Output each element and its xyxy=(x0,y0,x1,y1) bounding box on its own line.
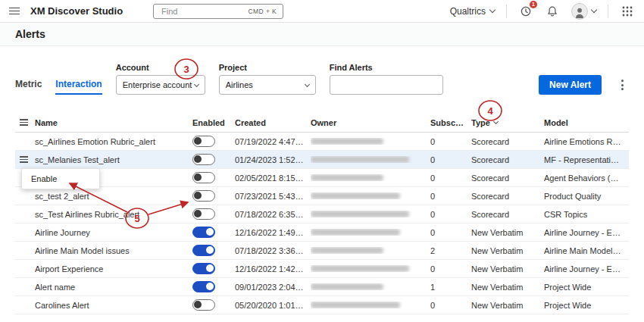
created-date: 07/19/2022 4:47 AM xyxy=(235,137,311,146)
subscribers-count: 0 xyxy=(430,155,471,164)
context-menu-enable[interactable]: Enable xyxy=(22,169,99,189)
filter-bar: Metric Interaction Account Enterprise ac… xyxy=(15,63,629,95)
user-menu[interactable] xyxy=(571,3,596,20)
qualtrics-menu[interactable]: Qualtrics xyxy=(450,6,495,17)
account-label: Account xyxy=(116,63,205,72)
alert-name[interactable]: Airline Journey xyxy=(35,228,192,237)
whats-new-button[interactable]: 1 xyxy=(518,4,533,19)
owner-redacted xyxy=(311,302,400,308)
table-row[interactable]: Alert name 09/01/2023 2:04 PM 1 New Verb… xyxy=(15,278,629,296)
table-row[interactable]: sc_Melanies Test_alert 01/24/2023 1:52 P… xyxy=(15,151,629,169)
enabled-toggle[interactable] xyxy=(192,281,215,292)
alert-model: Agent Behaviors (QM) xyxy=(544,174,629,183)
enabled-toggle[interactable] xyxy=(192,154,215,165)
created-date: 07/18/2022 3:36 PM xyxy=(235,246,311,255)
created-date: 09/01/2023 2:04 PM xyxy=(235,283,311,292)
sort-chevron-icon xyxy=(493,119,499,124)
created-date: 07/18/2022 6:35 PM xyxy=(235,210,311,219)
col-header-subscribers[interactable]: Subscrip... xyxy=(430,118,471,127)
subscribers-count: 0 xyxy=(430,210,471,219)
qualtrics-label: Qualtrics xyxy=(450,6,486,17)
app-launcher-button[interactable] xyxy=(620,4,635,19)
chevron-down-icon xyxy=(305,81,310,86)
subscribers-count: 0 xyxy=(430,174,471,183)
enabled-toggle[interactable] xyxy=(192,172,215,183)
col-header-owner[interactable]: Owner xyxy=(311,118,430,127)
alert-type: Scorecard xyxy=(471,155,544,164)
page-header: Alerts xyxy=(0,23,644,46)
created-date: 12/16/2022 1:42 AM xyxy=(235,264,311,274)
alert-name[interactable]: Airline Main Model issues xyxy=(35,246,192,255)
owner-redacted xyxy=(311,192,400,199)
alert-name[interactable]: sc_Melanies Test_alert xyxy=(35,155,192,164)
search-shortcut-hint: CMD + K xyxy=(249,8,277,15)
chevron-down-icon xyxy=(194,81,199,86)
tab-metric[interactable]: Metric xyxy=(15,75,42,95)
project-selected-value: Airlines xyxy=(226,80,253,89)
alert-name[interactable]: Carolines Alert xyxy=(35,301,192,310)
alert-name[interactable]: sc_Test Airlines Rubric_alert xyxy=(35,210,192,219)
alert-type: Scorecard xyxy=(471,137,544,146)
table-row[interactable]: sc_Airlines Emotion Rubric_alert 07/19/2… xyxy=(15,133,629,151)
find-alerts-label: Find Alerts xyxy=(330,63,443,72)
created-date: 07/23/2021 5:43 AM xyxy=(235,192,311,201)
alert-name[interactable]: Alert name xyxy=(35,283,192,292)
tab-interaction[interactable]: Interaction xyxy=(55,75,102,95)
alert-type: New Verbatim xyxy=(471,264,544,274)
alert-name[interactable]: sc_Airlines Emotion Rubric_alert xyxy=(35,137,192,146)
alert-model: Airline Emotions Rubric xyxy=(544,137,629,146)
alert-name[interactable]: sc_test 2_alert xyxy=(35,192,192,201)
table-row[interactable]: 02/05/2021 8:15 AM 0 Scorecard Agent Beh… xyxy=(15,169,629,187)
project-select[interactable]: Airlines xyxy=(219,75,316,95)
account-select[interactable]: Enterprise account xyxy=(116,75,205,95)
alert-model: Project Wide xyxy=(544,283,629,292)
alert-name[interactable]: Airport Experience xyxy=(35,264,192,274)
table-row[interactable]: Airport Experience 12/16/2022 1:42 AM 0 … xyxy=(15,260,629,278)
col-header-model[interactable]: Model xyxy=(544,118,629,127)
alert-type: New Verbatim xyxy=(471,283,544,292)
table-row[interactable]: sc_test 2_alert 07/23/2021 5:43 AM 0 Sco… xyxy=(15,187,629,205)
col-header-enabled[interactable]: Enabled xyxy=(192,118,235,127)
enabled-toggle[interactable] xyxy=(192,227,215,238)
notifications-button[interactable] xyxy=(545,4,560,19)
alert-type: New Verbatim xyxy=(471,301,544,310)
person-icon xyxy=(573,5,586,19)
main-menu-icon[interactable] xyxy=(9,8,20,15)
search-input[interactable] xyxy=(160,6,243,17)
project-label: Project xyxy=(219,63,316,72)
table-menu-icon[interactable] xyxy=(20,119,28,125)
enabled-toggle[interactable] xyxy=(192,245,215,256)
alert-type: New Verbatim xyxy=(471,228,544,237)
owner-redacted xyxy=(311,138,383,145)
enabled-toggle[interactable] xyxy=(192,136,215,147)
col-header-created[interactable]: Created xyxy=(235,118,311,127)
enabled-toggle[interactable] xyxy=(192,299,215,311)
subscribers-count: 0 xyxy=(430,228,471,237)
subscribers-count: 0 xyxy=(430,137,471,146)
owner-redacted xyxy=(311,229,400,236)
divider xyxy=(608,5,608,18)
owner-redacted xyxy=(311,283,383,290)
new-alert-button[interactable]: New Alert xyxy=(539,75,602,95)
notification-badge: 1 xyxy=(530,1,537,8)
more-options-button[interactable] xyxy=(615,75,629,95)
enabled-toggle[interactable] xyxy=(192,263,215,274)
table-row[interactable]: Carolines Alert 05/20/2020 1:01 PM 0 New… xyxy=(15,296,629,314)
col-header-name[interactable]: Name xyxy=(35,118,192,127)
alert-model: CSR Topics xyxy=(544,210,629,219)
table-row[interactable]: Airline Journey 12/16/2022 1:49 AM 0 New… xyxy=(15,224,629,242)
subscribers-count: 0 xyxy=(430,264,471,274)
owner-redacted xyxy=(311,247,383,254)
enabled-toggle[interactable] xyxy=(192,208,215,220)
find-alerts-input[interactable] xyxy=(330,75,443,95)
subscribers-count: 2 xyxy=(430,246,471,255)
row-menu-icon[interactable] xyxy=(20,156,28,162)
global-search[interactable]: CMD + K xyxy=(153,4,283,19)
table-row[interactable]: Airline Main Model issues 07/18/2022 3:3… xyxy=(15,242,629,260)
enabled-toggle[interactable] xyxy=(192,190,215,202)
bell-icon xyxy=(546,5,558,17)
table-row[interactable]: sc_Test Airlines Rubric_alert 07/18/2022… xyxy=(15,205,629,224)
col-header-type[interactable]: Type xyxy=(471,118,544,127)
account-selected-value: Enterprise account xyxy=(123,80,192,89)
row-context-menu: Enable xyxy=(21,168,100,189)
